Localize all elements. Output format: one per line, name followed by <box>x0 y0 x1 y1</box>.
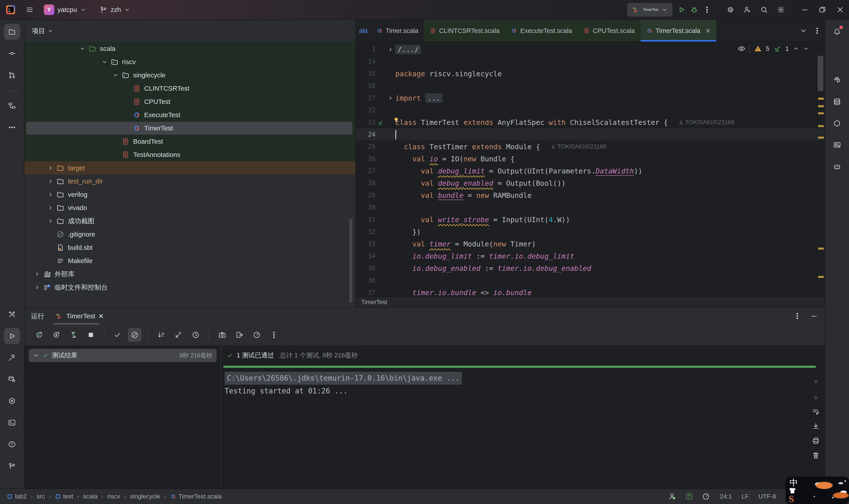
code-line-22[interactable]: 22 <box>356 104 825 116</box>
hamburger-menu-icon[interactable] <box>26 6 34 14</box>
project-selector[interactable]: Y yatcpu <box>44 4 86 15</box>
coverage-button[interactable] <box>250 328 264 342</box>
fold-icon[interactable] <box>387 95 394 101</box>
sbt-tool-icon[interactable] <box>4 306 20 322</box>
tree-item-ExecuteTest[interactable]: ExecuteTest <box>24 108 356 122</box>
more-tools-icon[interactable] <box>4 119 20 135</box>
build-tool-icon[interactable] <box>4 350 20 366</box>
code-line-37[interactable]: 37 timer.io.bundle <> io.bundle <box>356 287 825 296</box>
license-icon[interactable] <box>668 492 676 501</box>
code-line-27[interactable]: 27 val debug_limit = Output(UInt(Paramet… <box>356 165 825 177</box>
chevron-down-icon[interactable] <box>803 46 809 52</box>
code-line-29[interactable]: 29 val bundle = new RAMBundle <box>356 189 825 201</box>
project-tree-scrollbar[interactable] <box>349 219 353 303</box>
tab-TimerTest.scala[interactable]: TimerTest.scala✕ <box>640 20 716 41</box>
tree-item-Makefile[interactable]: Makefile <box>24 254 356 268</box>
tree-item-test_run_dir[interactable]: test_run_dir <box>24 175 356 188</box>
tree-item-外部库[interactable]: 外部库 <box>24 268 356 281</box>
code-line-23[interactable]: 23class TimerTest extends AnyFlatSpec wi… <box>356 116 825 128</box>
run-panel-options-icon[interactable] <box>793 312 801 320</box>
tab-CPUTest.scala[interactable]: CPUTest.scala <box>578 20 640 41</box>
chevron-right-icon[interactable] <box>34 271 40 277</box>
stop-button[interactable] <box>84 328 98 342</box>
tab-options-icon[interactable] <box>813 27 821 35</box>
tab-ExecuteTest.scala[interactable]: ExecuteTest.scala <box>505 20 578 41</box>
tree-item-singlecycle[interactable]: singlecycle <box>24 69 356 82</box>
code-line-33[interactable]: 33 val timer = Module(new Timer) <box>356 238 825 250</box>
code-line-24[interactable]: 24 <box>356 128 825 141</box>
chevron-down-icon[interactable] <box>79 46 86 52</box>
notifications-icon[interactable] <box>829 24 845 40</box>
tab-CLINTCSRTest.scala[interactable]: CLINTCSRTest.scala <box>424 20 505 41</box>
test-passed-gutter-icon[interactable] <box>377 119 384 126</box>
code-line-17[interactable]: 17import ... <box>356 92 825 104</box>
console-output[interactable]: C:\Users\26586\.jdks\temurin-17.0.16\bin… <box>221 368 825 397</box>
next-occurrence-button[interactable] <box>812 393 820 401</box>
breadcrumb-riscv[interactable]: riscv <box>107 493 120 500</box>
minimize-button[interactable] <box>796 0 814 20</box>
breadcrumb[interactable]: TimerTest <box>361 299 387 306</box>
ai-chat-icon[interactable] <box>829 72 845 88</box>
breadcrumb-src[interactable]: src <box>37 493 45 500</box>
soft-wrap-button[interactable] <box>812 408 820 416</box>
code-line-32[interactable]: 32 }) <box>356 226 825 238</box>
status-breadcrumbs[interactable]: lab2›src›test›scala›riscv›singlecycle›Ti… <box>7 493 221 500</box>
close-button[interactable] <box>831 0 849 20</box>
search-icon[interactable] <box>760 6 768 14</box>
run-tool-icon[interactable] <box>4 328 20 344</box>
tree-item-TestAnnotations[interactable]: TestAnnotations <box>24 148 356 161</box>
eye-icon[interactable] <box>738 44 745 53</box>
rerun-button[interactable] <box>32 328 46 342</box>
chevron-up-icon[interactable] <box>793 46 799 52</box>
dependencies-tool-icon[interactable] <box>829 115 845 131</box>
tree-item-build.sbt[interactable]: build.sbt <box>24 241 356 254</box>
print-button[interactable] <box>812 437 820 445</box>
restore-button[interactable] <box>814 0 831 20</box>
terminal-tool-icon[interactable] <box>4 415 20 431</box>
code-line-25[interactable]: 25 class TestTimer extends Module { TOKI… <box>356 141 825 153</box>
tree-item-CPUTest[interactable]: CPUTest <box>24 95 356 108</box>
clear-all-button[interactable] <box>812 451 820 460</box>
tree-item-临时文件和控制台[interactable]: 临时文件和控制台 <box>24 281 356 294</box>
code-with-me-icon[interactable] <box>743 6 751 14</box>
debug-button[interactable] <box>690 6 698 14</box>
scroll-to-end-button[interactable] <box>812 422 820 430</box>
close-icon[interactable]: ✕ <box>705 27 710 35</box>
code-line-34[interactable]: 34 io.debug_limit := timer.io.debug_limi… <box>356 250 825 262</box>
editor-scrollbar-thumb[interactable] <box>818 56 823 91</box>
fold-icon[interactable] <box>387 47 394 53</box>
code-line-35[interactable]: 35 io.debug_enabled := timer.io.debug_en… <box>356 262 825 274</box>
tree-item-vivado[interactable]: vivado <box>24 201 356 214</box>
code-line-14[interactable]: 14 <box>356 55 825 68</box>
close-icon[interactable]: ✕ <box>98 312 104 320</box>
show-ignored-button[interactable] <box>128 328 142 342</box>
tree-item-BoardTest[interactable]: BoardTest <box>24 135 356 148</box>
database-tool-icon[interactable] <box>829 94 845 110</box>
problems-tool-icon[interactable] <box>4 436 20 452</box>
chevron-right-icon[interactable] <box>47 218 54 224</box>
tree-item-CLINTCSRTest[interactable]: CLINTCSRTest <box>24 82 356 95</box>
run-button[interactable] <box>678 6 685 14</box>
intention-bulb-icon[interactable] <box>393 117 399 123</box>
services-tool-icon[interactable] <box>4 371 20 387</box>
run-configuration-selector[interactable]: TimerTest <box>627 3 672 17</box>
prev-occurrence-button[interactable] <box>812 378 820 386</box>
translate-icon[interactable] <box>685 492 693 501</box>
hide-panel-icon[interactable] <box>810 312 818 320</box>
code-line-15[interactable]: 15package riscv.singlecycle <box>356 68 825 80</box>
chevron-down-icon[interactable] <box>102 59 108 65</box>
breadcrumb-singlecycle[interactable]: singlecycle <box>130 493 160 500</box>
more-options-button[interactable] <box>267 328 281 342</box>
code-analysis-icon[interactable] <box>702 492 710 501</box>
tab-Timer.scala[interactable]: Timer.scala <box>371 20 424 41</box>
import-test-results-button[interactable] <box>233 328 246 342</box>
run-anything-tool-icon[interactable] <box>4 393 20 409</box>
ai-assistant-icon[interactable] <box>726 6 735 14</box>
git-tool-icon[interactable] <box>4 458 20 474</box>
code-line-36[interactable]: 36 <box>356 274 825 287</box>
line-ending[interactable]: LF <box>742 493 749 500</box>
run-tab[interactable]: TimerTest ✕ <box>53 308 106 324</box>
sort-by-duration-button[interactable] <box>189 328 202 342</box>
partial-tab[interactable]: ala <box>356 20 371 41</box>
tree-item-target[interactable]: target <box>24 161 356 175</box>
